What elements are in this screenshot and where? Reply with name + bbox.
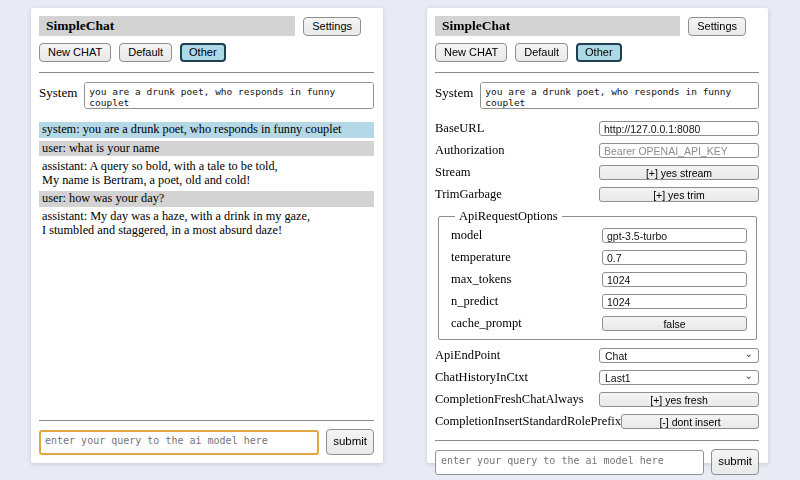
setting-row-baseurl: BaseURL: [435, 121, 759, 136]
setting-row-authorization: Authorization: [435, 143, 759, 158]
system-label: System: [39, 82, 77, 101]
trimgarbage-toggle-button[interactable]: [+] yes trim: [599, 187, 759, 202]
spacer: [39, 241, 374, 416]
settings-button[interactable]: Settings: [303, 17, 361, 36]
model-label: model: [451, 228, 482, 243]
page: SimpleChat Settings New CHAT Default Oth…: [0, 0, 800, 463]
setting-row-cache-prompt: cache_prompt false: [451, 316, 747, 331]
divider: [435, 440, 759, 441]
setting-row-trimgarbage: TrimGarbage [+] yes trim: [435, 187, 759, 202]
api-endpoint-select[interactable]: Chat ⌄: [599, 348, 759, 363]
session-other-button[interactable]: Other: [180, 43, 226, 62]
stream-label: Stream: [435, 165, 470, 180]
authorization-label: Authorization: [435, 143, 504, 158]
setting-row-role-prefix: CompletionInsertStandardRolePrefix [-] d…: [435, 414, 759, 429]
settings-button[interactable]: Settings: [688, 17, 746, 36]
chat-message-system: system: you are a drunk poet, who respon…: [39, 122, 374, 138]
query-bar: submit: [39, 429, 374, 455]
n-predict-input[interactable]: [602, 294, 747, 309]
temperature-input[interactable]: [602, 250, 747, 265]
session-buttons: New CHAT Default Other: [39, 43, 374, 62]
chat-history-label: ChatHistoryInCtxt: [435, 370, 528, 385]
chat-message-assistant: assistant: My day was a haze, with a dri…: [39, 209, 374, 239]
heading-row: SimpleChat Settings: [39, 16, 374, 36]
divider: [39, 420, 374, 421]
chat-message-user: user: how was your day?: [39, 191, 374, 207]
chat-message-assistant: assistant: A query so bold, with a tale …: [39, 159, 374, 189]
n-predict-label: n_predict: [451, 294, 498, 309]
session-default-button[interactable]: Default: [119, 43, 172, 62]
cache-prompt-label: cache_prompt: [451, 316, 522, 331]
setting-row-api-endpoint: ApiEndPoint Chat ⌄: [435, 348, 759, 363]
fresh-chat-label: CompletionFreshChatAlways: [435, 392, 584, 407]
temperature-label: temperature: [451, 250, 511, 265]
api-request-options-legend: ApiRequestOptions: [455, 209, 562, 224]
stream-toggle-button[interactable]: [+] yes stream: [599, 165, 759, 180]
setting-row-temperature: temperature: [451, 250, 747, 265]
app-title: SimpleChat: [435, 16, 680, 36]
query-input[interactable]: [435, 450, 704, 475]
model-input[interactable]: [602, 228, 747, 243]
new-chat-button[interactable]: New CHAT: [435, 43, 507, 62]
divider: [435, 72, 759, 73]
chat-panel: SimpleChat Settings New CHAT Default Oth…: [31, 8, 383, 463]
cache-prompt-toggle-button[interactable]: false: [602, 316, 747, 331]
setting-row-n-predict: n_predict: [451, 294, 747, 309]
authorization-input[interactable]: [599, 143, 759, 158]
role-prefix-label: CompletionInsertStandardRolePrefix: [435, 414, 621, 429]
setting-row-chat-history: ChatHistoryInCtxt Last1 ⌄: [435, 370, 759, 385]
role-prefix-toggle-button[interactable]: [-] dont insert: [621, 414, 759, 429]
setting-row-model: model: [451, 228, 747, 243]
query-input[interactable]: [39, 430, 319, 455]
max-tokens-label: max_tokens: [451, 272, 511, 287]
submit-button[interactable]: submit: [711, 449, 759, 475]
app-title: SimpleChat: [39, 16, 295, 36]
settings-panel: SimpleChat Settings New CHAT Default Oth…: [427, 8, 768, 463]
system-prompt-input[interactable]: you are a drunk poet, who responds in fu…: [84, 82, 374, 109]
heading-row: SimpleChat Settings: [435, 16, 759, 36]
submit-button[interactable]: submit: [326, 429, 374, 455]
session-buttons: New CHAT Default Other: [435, 43, 759, 62]
max-tokens-input[interactable]: [602, 272, 747, 287]
api-endpoint-value: Chat: [605, 350, 627, 362]
chevron-down-icon: ⌄: [745, 349, 753, 359]
system-prompt-row: System you are a drunk poet, who respond…: [39, 82, 374, 109]
session-other-button[interactable]: Other: [576, 43, 622, 62]
system-prompt-input[interactable]: you are a drunk poet, who responds in fu…: [480, 82, 759, 109]
baseurl-label: BaseURL: [435, 121, 484, 136]
chat-history-select[interactable]: Last1 ⌄: [599, 370, 759, 385]
setting-row-fresh-chat: CompletionFreshChatAlways [+] yes fresh: [435, 392, 759, 407]
chevron-down-icon: ⌄: [745, 371, 753, 381]
chat-transcript: system: you are a drunk poet, who respon…: [39, 122, 374, 241]
session-default-button[interactable]: Default: [515, 43, 568, 62]
fresh-chat-toggle-button[interactable]: [+] yes fresh: [599, 392, 759, 407]
new-chat-button[interactable]: New CHAT: [39, 43, 111, 62]
system-prompt-row: System you are a drunk poet, who respond…: [435, 82, 759, 109]
api-request-options-fieldset: ApiRequestOptions model temperature max_…: [438, 209, 757, 340]
divider: [39, 72, 374, 73]
chat-history-value: Last1: [605, 372, 631, 384]
setting-row-max-tokens: max_tokens: [451, 272, 747, 287]
query-bar: submit: [435, 449, 759, 475]
baseurl-input[interactable]: [599, 121, 759, 136]
chat-message-user: user: what is your name: [39, 141, 374, 157]
setting-row-stream: Stream [+] yes stream: [435, 165, 759, 180]
settings-list: BaseURL Authorization Stream [+] yes str…: [435, 121, 759, 436]
system-label: System: [435, 82, 473, 101]
trimgarbage-label: TrimGarbage: [435, 187, 502, 202]
api-endpoint-label: ApiEndPoint: [435, 348, 500, 363]
